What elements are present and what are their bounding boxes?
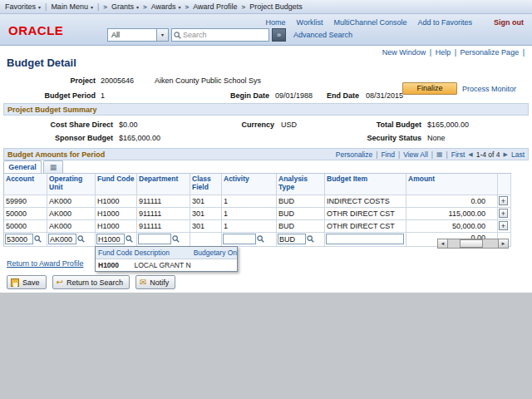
column-header-analysis-type[interactable]: Analysis Type	[277, 174, 325, 195]
column-header-activity[interactable]: Activity	[222, 174, 277, 195]
column-header-amount[interactable]: Amount	[406, 174, 498, 195]
scroll-right-arrow[interactable]: ►	[498, 239, 508, 248]
cell-amount: 115,000.00	[406, 208, 498, 220]
save-button[interactable]: Save	[7, 275, 47, 289]
search-bar: All ▾ » Advanced Search	[107, 28, 352, 42]
scrollbar-thumb[interactable]	[460, 239, 483, 248]
cell-activity	[222, 233, 277, 247]
main-menu[interactable]: Main Menu ▾	[51, 2, 93, 11]
breadcrumb-award-profile[interactable]: Award Profile	[193, 2, 237, 11]
nav-worklist[interactable]: Worklist	[297, 18, 323, 27]
award-profile-label: Award Profile	[193, 2, 237, 11]
cell-actions: +	[498, 195, 511, 208]
dropdown-row[interactable]: H1000 LOCAL GRANT N	[96, 259, 237, 271]
grid-edit-row: 0.00	[4, 233, 511, 247]
column-header-operating-unit[interactable]: Operating Unit	[47, 174, 96, 195]
sign-out-link[interactable]: Sign out	[494, 18, 524, 27]
help-link[interactable]: Help	[436, 48, 451, 57]
breadcrumb-grants[interactable]: Grants ▾	[111, 2, 139, 11]
add-row-button[interactable]: +	[499, 209, 508, 218]
grants-label: Grants	[111, 2, 134, 11]
nav-multichannel-console[interactable]: MultiChannel Console	[333, 18, 406, 27]
cell-actions: +	[498, 208, 511, 220]
tab-general[interactable]: General	[3, 160, 42, 173]
dropdown-fund-code-value[interactable]: H1000	[96, 259, 132, 271]
column-header-class-field[interactable]: Class Field	[190, 174, 222, 195]
column-header-fund-code[interactable]: Fund Code	[96, 174, 137, 195]
lookup-icon[interactable]	[77, 235, 85, 243]
first-link[interactable]: First	[451, 150, 466, 159]
dropdown-col-fund-code[interactable]: Fund Code	[96, 247, 132, 259]
cell-fund-code	[96, 233, 137, 247]
favorites-menu[interactable]: Favorites ▾	[5, 2, 41, 11]
dropdown-col-description[interactable]: Description	[132, 247, 191, 259]
personalize-page-link[interactable]: Personalize Page	[461, 48, 520, 57]
separator: |	[455, 48, 456, 57]
return-to-award-profile-link[interactable]: Return to Award Profile	[7, 259, 83, 268]
return-to-search-button[interactable]: ↩ Return to Search	[52, 275, 130, 289]
department-input[interactable]	[138, 234, 171, 244]
oracle-logo: ORACLE	[8, 23, 63, 37]
last-link[interactable]: Last	[511, 150, 525, 159]
return-icon: ↩	[57, 278, 63, 287]
cell-fund-code: H1000	[96, 208, 137, 220]
breadcrumb-project-budgets[interactable]: Project Budgets	[249, 2, 303, 11]
breadcrumb-awards[interactable]: Awards ▾	[151, 2, 181, 11]
add-row-button[interactable]: +	[499, 196, 508, 205]
view-all-link[interactable]: View All	[403, 150, 428, 159]
add-row-button[interactable]: +	[499, 221, 508, 230]
activity-input[interactable]	[223, 234, 256, 244]
chevron-down-icon[interactable]: ▾	[156, 29, 168, 41]
lookup-icon[interactable]	[257, 235, 264, 243]
cell-operating-unit	[47, 233, 96, 247]
cell-analysis-type: BUD	[277, 220, 325, 233]
cell-fund-code: H1000	[96, 220, 137, 233]
notify-button[interactable]: ✉ Notify	[135, 275, 175, 289]
budget-grid: Account Operating Unit Fund Code Departm…	[3, 173, 511, 247]
end-date-value: 08/31/2015	[366, 91, 403, 100]
total-budget-label: Total Budget	[331, 121, 421, 129]
separator: |	[97, 2, 99, 11]
lookup-icon[interactable]	[126, 235, 133, 243]
search-go-button[interactable]: »	[272, 28, 286, 42]
process-monitor-link[interactable]: Process Monitor	[462, 85, 516, 93]
operating-unit-input[interactable]	[48, 234, 76, 244]
new-window-link[interactable]: New Window	[382, 48, 426, 57]
analysis-type-input[interactable]	[278, 234, 306, 244]
nav-add-to-favorites[interactable]: Add to Favorites	[417, 18, 472, 27]
lookup-icon[interactable]	[307, 235, 314, 243]
screen: Favorites ▾ | Main Menu ▾ | > Grants ▾ >…	[0, 0, 532, 399]
cell-analysis-type	[277, 233, 325, 247]
nav-home[interactable]: Home	[266, 18, 286, 27]
find-link[interactable]: Find	[381, 150, 395, 159]
cell-department: 911111	[137, 195, 190, 208]
lookup-icon[interactable]	[172, 235, 180, 243]
column-header-budget-item[interactable]: Budget Item	[325, 174, 406, 195]
cell-activity: 1	[222, 195, 277, 208]
separator: >	[242, 3, 246, 11]
previous-page-icon[interactable]: ◀	[468, 151, 472, 158]
scrollbar-track[interactable]	[448, 239, 498, 248]
horizontal-scrollbar[interactable]: ◄ ►	[437, 239, 509, 249]
lookup-icon[interactable]	[34, 235, 42, 243]
next-page-icon[interactable]: ▶	[504, 151, 508, 158]
column-header-account[interactable]: Account	[4, 174, 47, 195]
account-input[interactable]	[5, 234, 33, 244]
dropdown-header: Fund Code Description Budgetary Only	[96, 247, 237, 259]
column-header-department[interactable]: Department	[137, 174, 190, 195]
main-menu-label: Main Menu	[51, 2, 88, 11]
budget-item-input[interactable]	[326, 234, 404, 244]
scroll-left-arrow[interactable]: ◄	[438, 239, 448, 248]
search-input[interactable]	[183, 31, 263, 39]
finalize-button[interactable]: Finalize	[402, 82, 457, 95]
search-scope-select[interactable]: All ▾	[107, 28, 169, 42]
download-to-excel-icon[interactable]: ▦	[436, 150, 443, 158]
search-icon	[174, 32, 181, 39]
security-status-value: None	[427, 134, 446, 142]
dropdown-col-budgetary-only[interactable]: Budgetary Only	[191, 247, 237, 259]
personalize-link[interactable]: Personalize	[336, 150, 372, 159]
advanced-search-link[interactable]: Advanced Search	[293, 31, 352, 39]
cell-department	[137, 233, 190, 247]
show-all-columns-tab[interactable]: ▦	[43, 160, 63, 173]
fund-code-input[interactable]	[96, 234, 125, 244]
